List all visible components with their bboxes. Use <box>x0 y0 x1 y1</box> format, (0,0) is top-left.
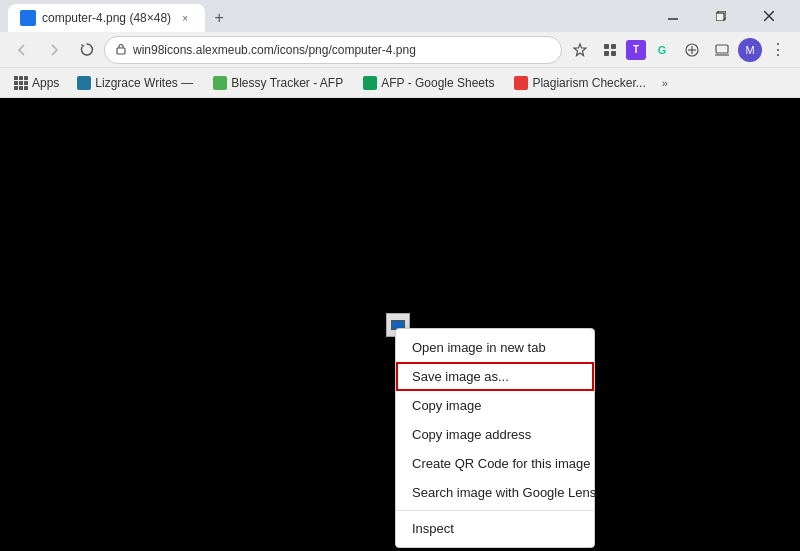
profile-avatar[interactable]: M <box>738 38 762 62</box>
svg-rect-21 <box>24 81 28 85</box>
svg-rect-18 <box>24 76 28 80</box>
svg-rect-22 <box>14 86 18 90</box>
apps-bookmark[interactable]: Apps <box>8 74 65 92</box>
bookmark-blessy-label: Blessy Tracker - AFP <box>231 76 343 90</box>
navigation-toolbar: win98icons.alexmeub.com/icons/png/comput… <box>0 32 800 68</box>
context-menu: Open image in new tab Save image as... C… <box>395 328 595 548</box>
bookmark-star-icon[interactable] <box>566 36 594 64</box>
svg-rect-14 <box>716 45 728 53</box>
browser-window: computer-4.png (48×48) × + <box>0 0 800 551</box>
svg-rect-19 <box>14 81 18 85</box>
grammarly-extension-icon[interactable]: G <box>648 36 676 64</box>
restore-down-button[interactable] <box>698 0 744 32</box>
bookmark-lizgrace-label: Lizgrace Writes — <box>95 76 193 90</box>
address-text: win98icons.alexmeub.com/icons/png/comput… <box>133 43 551 57</box>
context-menu-create-qr[interactable]: Create QR Code for this image <box>396 449 594 478</box>
extension-icon-1[interactable] <box>678 36 706 64</box>
svg-rect-8 <box>611 44 616 49</box>
svg-rect-24 <box>24 86 28 90</box>
bookmark-favicon-red <box>514 76 528 90</box>
back-button[interactable] <box>8 36 36 64</box>
main-content: Open image in new tab Save image as... C… <box>0 98 800 551</box>
address-bar[interactable]: win98icons.alexmeub.com/icons/png/comput… <box>104 36 562 64</box>
lock-icon <box>115 43 127 57</box>
extensions-icon[interactable] <box>596 36 624 64</box>
tab-favicon <box>20 10 36 26</box>
svg-rect-2 <box>716 13 724 21</box>
forward-button[interactable] <box>40 36 68 64</box>
bookmark-plagiarism-label: Plagiarism Checker... <box>532 76 645 90</box>
svg-rect-5 <box>117 48 125 54</box>
svg-rect-17 <box>19 76 23 80</box>
tab-bar: computer-4.png (48×48) × + <box>8 0 638 32</box>
window-controls <box>650 0 792 32</box>
context-menu-divider <box>396 510 594 511</box>
bookmark-afp-sheets-label: AFP - Google Sheets <box>381 76 494 90</box>
context-menu-copy-image[interactable]: Copy image <box>396 391 594 420</box>
toolbar-right: T G M ⋮ <box>566 36 792 64</box>
svg-rect-16 <box>14 76 18 80</box>
close-button[interactable] <box>746 0 792 32</box>
svg-rect-23 <box>19 86 23 90</box>
tor-extension-icon[interactable]: T <box>626 40 646 60</box>
cast-icon[interactable] <box>708 36 736 64</box>
active-tab[interactable]: computer-4.png (48×48) × <box>8 4 205 32</box>
menu-button[interactable]: ⋮ <box>764 36 792 64</box>
bookmark-afp-sheets[interactable]: AFP - Google Sheets <box>355 74 502 92</box>
bookmark-blessy[interactable]: Blessy Tracker - AFP <box>205 74 351 92</box>
title-bar: computer-4.png (48×48) × + <box>0 0 800 32</box>
apps-label: Apps <box>32 76 59 90</box>
tab-close-button[interactable]: × <box>177 10 193 26</box>
svg-rect-9 <box>604 51 609 56</box>
bookmarks-bar: Apps Lizgrace Writes — Blessy Tracker - … <box>0 68 800 98</box>
context-menu-open-new-tab[interactable]: Open image in new tab <box>396 333 594 362</box>
new-tab-button[interactable]: + <box>205 4 233 32</box>
reload-button[interactable] <box>72 36 100 64</box>
svg-marker-6 <box>574 44 586 56</box>
context-menu-search-lens[interactable]: Search image with Google Lens <box>396 478 594 507</box>
context-menu-save-image-as[interactable]: Save image as... <box>396 362 594 391</box>
bookmark-plagiarism[interactable]: Plagiarism Checker... <box>506 74 653 92</box>
svg-rect-10 <box>611 51 616 56</box>
bookmark-favicon-green <box>213 76 227 90</box>
svg-rect-7 <box>604 44 609 49</box>
minimize-button[interactable] <box>650 0 696 32</box>
bookmark-lizgrace[interactable]: Lizgrace Writes — <box>69 74 201 92</box>
bookmark-favicon-sheets <box>363 76 377 90</box>
context-menu-inspect[interactable]: Inspect <box>396 514 594 543</box>
svg-rect-20 <box>19 81 23 85</box>
tab-title: computer-4.png (48×48) <box>42 11 171 25</box>
more-bookmarks-button[interactable]: » <box>658 75 672 91</box>
context-menu-copy-image-address[interactable]: Copy image address <box>396 420 594 449</box>
bookmark-favicon-wp <box>77 76 91 90</box>
